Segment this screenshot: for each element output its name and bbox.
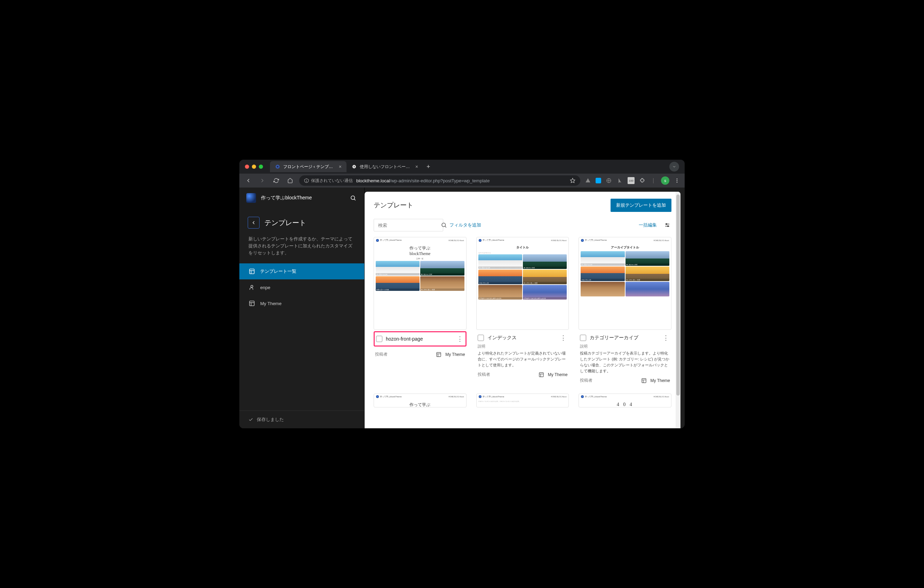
svg-rect-27 xyxy=(437,352,441,357)
scrollbar[interactable] xyxy=(676,192,680,428)
svg-rect-14 xyxy=(249,269,254,274)
checkbox[interactable] xyxy=(376,336,382,342)
template-name[interactable]: カテゴリーアーカイブ xyxy=(590,335,658,341)
ext-icon[interactable] xyxy=(617,177,624,184)
options-icon[interactable] xyxy=(663,221,672,229)
svg-point-12 xyxy=(351,196,355,200)
desc-text: より特化されたテンプレートが定義されていない場合に、すべてのページのフォールバッ… xyxy=(478,350,568,368)
favicon xyxy=(351,164,357,169)
close-tab-icon[interactable]: × xyxy=(339,164,342,169)
nav-list: テンプレート一覧 enpe My Theme xyxy=(239,263,364,311)
close-window[interactable] xyxy=(245,165,249,169)
home-button[interactable] xyxy=(285,176,295,185)
author-name: My Theme xyxy=(650,378,670,383)
ext-icon[interactable] xyxy=(596,178,601,183)
ext-icon[interactable] xyxy=(584,177,591,184)
card-title-row: インデックス ⋮ xyxy=(476,330,569,344)
template-card: 作って学ぶblockThemeHOME BLOG About アーカイブタイトル… xyxy=(579,237,672,384)
site-title: 作って学ぶblockTheme xyxy=(261,195,344,201)
menu-icon[interactable] xyxy=(673,177,680,184)
bulk-edit-link[interactable]: 一括編集 xyxy=(639,222,657,228)
back-button[interactable] xyxy=(244,176,253,185)
search-icon[interactable] xyxy=(441,222,447,228)
sidebar-item-user[interactable]: enpe xyxy=(239,279,364,296)
desc-label: 説明 xyxy=(478,344,568,349)
sidebar: 作って学ぶblockTheme テンプレート 新しいテンプレートを作成するか、テ… xyxy=(239,188,365,428)
extensions-icon[interactable] xyxy=(639,177,646,184)
layout-icon xyxy=(641,378,647,384)
svg-rect-30 xyxy=(539,373,543,377)
more-icon[interactable]: ⋮ xyxy=(662,334,670,342)
author-row: 投稿者 My Theme xyxy=(374,348,467,358)
star-icon[interactable] xyxy=(570,178,576,183)
toolbar: フィルタを追加 一括編集 xyxy=(365,219,680,236)
browser-tab-active[interactable]: フロントページ ‹ テンプレート ‹ × xyxy=(270,161,346,172)
template-preview[interactable]: 作って学ぶblockThemeHOME BLOG About テキスト コンテン… xyxy=(476,393,569,408)
forward-button[interactable] xyxy=(257,176,267,185)
author-label: 投稿者 xyxy=(375,352,388,357)
template-preview[interactable]: 作って学ぶblockThemeHOME BLOG About 作って学ぶbloc… xyxy=(374,237,467,330)
panel-header: テンプレート xyxy=(239,208,364,232)
page-title: テンプレート xyxy=(374,201,413,210)
svg-point-9 xyxy=(676,178,678,180)
template-preview[interactable]: 作って学ぶblockThemeHOME BLOG About 作って学ぶ xyxy=(374,393,467,408)
user-icon xyxy=(248,284,255,291)
tab-title: 使用しないフロントページの保存 xyxy=(360,164,412,170)
template-name[interactable]: hozon-front-page xyxy=(386,336,452,342)
more-icon[interactable]: ⋮ xyxy=(559,334,568,342)
svg-line-13 xyxy=(354,199,356,200)
add-template-button[interactable]: 新規テンプレートを追加 xyxy=(610,199,672,212)
card-description: 説明 投稿カテゴリーアーカイブを表示します。より特化したテンプレート (例: カ… xyxy=(579,344,672,374)
site-header: 作って学ぶblockTheme xyxy=(239,188,364,208)
template-name[interactable]: インデックス xyxy=(487,335,556,341)
author-row: 投稿者 My Theme xyxy=(579,374,672,384)
ext-icon[interactable] xyxy=(606,177,612,184)
sidebar-item-templates[interactable]: テンプレート一覧 xyxy=(239,263,364,279)
back-button[interactable] xyxy=(248,217,259,229)
extensions: 100 | s xyxy=(584,177,680,185)
svg-point-4 xyxy=(306,181,307,182)
template-preview[interactable]: 作って学ぶblockThemeHOME BLOG About アーカイブタイトル… xyxy=(579,237,672,330)
save-status: 保存しました xyxy=(257,416,284,423)
panel-description: 新しいテンプレートを作成するか、テーマによって提供されるテンプレートに加えられた… xyxy=(239,232,364,263)
template-card: 作って学ぶblockThemeHOME BLOG About 作って学ぶ xyxy=(374,393,467,408)
maximize-window[interactable] xyxy=(259,165,263,169)
omnibox[interactable]: 保護されていない通信 blocktheme.local/wp-admin/sit… xyxy=(299,175,580,186)
layout-icon xyxy=(538,372,544,378)
svg-point-25 xyxy=(666,224,667,225)
svg-point-11 xyxy=(676,182,678,183)
template-card: 作って学ぶblockThemeHOME BLOG About テキスト コンテン… xyxy=(476,393,569,408)
add-filter-link[interactable]: フィルタを追加 xyxy=(449,222,481,228)
search-icon[interactable] xyxy=(349,194,357,202)
sidebar-item-theme[interactable]: My Theme xyxy=(239,296,364,311)
reload-button[interactable] xyxy=(271,176,281,185)
site-logo[interactable] xyxy=(246,193,256,203)
browser-window: フロントページ ‹ テンプレート ‹ × 使用しないフロントページの保存 × +… xyxy=(239,160,685,428)
checkbox[interactable] xyxy=(580,335,586,341)
template-card: 作って学ぶblockThemeHOME BLOG About タイトル カテゴリ… xyxy=(476,237,569,384)
template-grid: 作って学ぶblockThemeHOME BLOG About 作って学ぶbloc… xyxy=(365,236,680,415)
browser-tab[interactable]: 使用しないフロントページの保存 × xyxy=(346,161,423,172)
card-title-row: hozon-front-page ⋮ xyxy=(374,331,467,347)
panel-title: テンプレート xyxy=(264,218,306,228)
profile-avatar[interactable]: s xyxy=(661,177,669,185)
close-tab-icon[interactable]: × xyxy=(416,164,418,169)
template-card: 作って学ぶblockThemeHOME BLOG About 作って学ぶbloc… xyxy=(374,237,467,384)
svg-point-21 xyxy=(442,223,446,227)
search-input[interactable] xyxy=(374,223,441,228)
svg-point-10 xyxy=(676,180,678,181)
template-preview[interactable]: 作って学ぶblockThemeHOME BLOG About 4 0 4 xyxy=(579,393,672,408)
checkbox[interactable] xyxy=(478,335,484,341)
minimize-window[interactable] xyxy=(252,165,256,169)
more-icon[interactable]: ⋮ xyxy=(456,335,464,343)
content-area: 作って学ぶblockTheme テンプレート 新しいテンプレートを作成するか、テ… xyxy=(239,188,685,428)
security-label: 保護されていない通信 xyxy=(311,178,353,184)
new-tab-button[interactable]: + xyxy=(423,163,434,170)
main-header: テンプレート 新規テンプレートを追加 xyxy=(365,192,680,219)
template-preview[interactable]: 作って学ぶblockThemeHOME BLOG About タイトル カテゴリ… xyxy=(476,237,569,330)
ext-icon[interactable]: 100 xyxy=(628,177,635,184)
author-name: My Theme xyxy=(445,352,465,357)
check-icon xyxy=(248,417,253,422)
window-menu-button[interactable] xyxy=(669,162,679,172)
card-description: 説明 より特化されたテンプレートが定義されていない場合に、すべてのページのフォー… xyxy=(476,344,569,368)
